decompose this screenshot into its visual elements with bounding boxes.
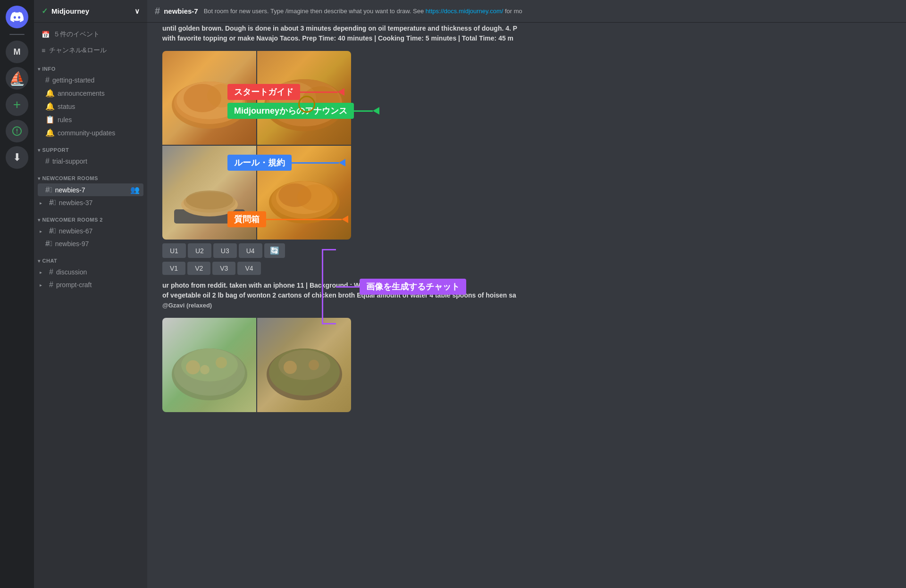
channel-newbies-7[interactable]: #⃣ newbies-7 👥 <box>38 183 143 196</box>
server-sail-icon[interactable]: ⛵ <box>6 67 28 90</box>
action-buttons-row1: U1 U2 U3 U4 🔄 <box>162 243 351 258</box>
topbar-channel: # newbies-7 <box>155 6 198 17</box>
channels-roles-menu-item[interactable]: ≡ チャンネル&ロール <box>34 42 147 58</box>
rules-icon: 📋 <box>45 115 55 124</box>
message-author: @Gzavi (relaxed) <box>162 302 212 309</box>
v1-button[interactable]: V1 <box>162 262 185 275</box>
hash-icon: # <box>45 76 50 84</box>
channel-name: rules <box>58 116 72 124</box>
channel-newbies-67[interactable]: #⃣ newbies-67 <box>38 225 143 237</box>
category-info[interactable]: ▾ INFO <box>34 58 147 74</box>
category-support[interactable]: ▾ SUPPORT <box>34 140 147 155</box>
category-support-label: SUPPORT <box>42 147 69 153</box>
message-text-1: until golden brown. Dough is done in abo… <box>162 24 891 43</box>
channel-announcements[interactable]: 🔔 announcements <box>38 87 143 99</box>
topbar-link[interactable]: https://docs.midjourney.com/ <box>426 8 503 15</box>
channel-trial-support[interactable]: # trial-support <box>38 155 143 167</box>
v3-button[interactable]: V3 <box>212 262 235 275</box>
hash-icon: # <box>49 281 53 289</box>
svg-point-23 <box>181 348 238 381</box>
hash-double-icon: #⃣ <box>49 227 56 235</box>
events-menu-item[interactable]: 📅 ５件のイベント <box>34 26 147 42</box>
server-name-container: ✓ Midjourney <box>42 7 89 16</box>
channels-roles-label: チャンネル&ロール <box>49 46 106 55</box>
topbar-desc-text: Bot room for new users. Type /imagine th… <box>204 8 426 15</box>
channel-newbies-97[interactable]: #⃣ newbies-97 <box>38 238 143 250</box>
channel-name: status <box>58 103 75 110</box>
category-newcomer-2-label: NEWCOMER ROOMS 2 <box>42 217 103 223</box>
food-image-1 <box>162 51 256 145</box>
topbar-link-suffix: for mo <box>505 8 522 15</box>
channel-rules[interactable]: 📋 rules <box>38 113 143 126</box>
message-1: until golden brown. Dough is done in abo… <box>155 23 898 276</box>
main-content: # newbies-7 Bot room for new users. Type… <box>147 0 906 588</box>
channel-newbies-37[interactable]: #⃣ newbies-37 <box>38 197 143 209</box>
message-text-line2: with favorite topping or make Navajo Tac… <box>162 34 513 42</box>
server-m-label: M <box>14 47 21 57</box>
content-area: until golden brown. Dough is done in abo… <box>147 23 906 588</box>
category-chat-label: CHAT <box>42 258 58 264</box>
channel-name: community-updates <box>58 129 115 137</box>
channel-name: getting-started <box>52 76 95 84</box>
category-arrow-chat: ▾ <box>38 258 41 264</box>
topbar-hash-icon: # <box>155 6 160 17</box>
channel-name: prompt-craft <box>56 281 92 289</box>
server-name: Midjourney <box>51 7 89 15</box>
add-user-icon[interactable]: 👥 <box>130 185 140 194</box>
soup-image-1 <box>162 318 256 412</box>
svg-point-12 <box>186 190 233 209</box>
server-m-icon[interactable]: M <box>6 41 28 63</box>
u1-button[interactable]: U1 <box>162 243 186 258</box>
messages-scroll[interactable]: until golden brown. Dough is done in abo… <box>147 23 906 588</box>
channel-community-updates[interactable]: 🔔 community-updates <box>38 126 143 139</box>
speaker-icon: 🔔 <box>45 102 55 111</box>
icon-bar: M ⛵ + ⬇ <box>0 0 34 588</box>
category-arrow-newcomer-2: ▾ <box>38 217 41 223</box>
category-newcomer-rooms-2[interactable]: ▾ NEWCOMER ROOMS 2 <box>34 209 147 224</box>
topbar-channel-name: newbies-7 <box>164 7 198 15</box>
message-text-2: ur photo from reddit. taken with an ipho… <box>162 281 891 310</box>
refresh-button[interactable]: 🔄 <box>264 243 285 258</box>
separator <box>9 34 25 35</box>
channel-prompt-craft[interactable]: # prompt-craft <box>38 279 143 291</box>
add-server-button[interactable]: + <box>6 93 28 116</box>
topbar: # newbies-7 Bot room for new users. Type… <box>147 0 906 23</box>
channel-name: discussion <box>56 268 87 276</box>
add-icon: + <box>13 97 21 112</box>
channels-roles-icon: ≡ <box>42 47 45 54</box>
channel-name: newbies-67 <box>59 227 93 235</box>
download-icon: ⬇ <box>13 151 21 164</box>
category-chat[interactable]: ▾ CHAT <box>34 250 147 265</box>
u3-button[interactable]: U3 <box>213 243 237 258</box>
category-newcomer-rooms[interactable]: ▾ NEWCOMER ROOMS <box>34 168 147 183</box>
u2-button[interactable]: U2 <box>188 243 211 258</box>
v4-button[interactable]: V4 <box>237 262 260 275</box>
v2-button[interactable]: V2 <box>187 262 210 275</box>
u4-button[interactable]: U4 <box>239 243 262 258</box>
explore-button[interactable] <box>6 120 28 142</box>
discord-home-button[interactable] <box>6 6 28 28</box>
chevron-down-icon: ∨ <box>134 7 140 16</box>
channel-discussion[interactable]: # discussion <box>38 266 143 278</box>
hash-icon: # <box>49 268 53 276</box>
sidebar: ✓ Midjourney ∨ 📅 ５件のイベント ≡ チャンネル&ロール ▾ I… <box>34 0 147 588</box>
server-header[interactable]: ✓ Midjourney ∨ <box>34 0 147 23</box>
food-image-4 <box>257 146 351 240</box>
channel-status[interactable]: 🔔 status <box>38 100 143 113</box>
topbar-description: Bot room for new users. Type /imagine th… <box>204 8 898 15</box>
message-text-2-line2: of vegetable oil 2 lb bag of wonton 2 ca… <box>162 291 516 299</box>
hash-double-icon: #⃣ <box>45 240 52 248</box>
hash-double-icon: #⃣ <box>45 186 52 194</box>
svg-point-8 <box>302 86 340 115</box>
channel-getting-started[interactable]: # getting-started <box>38 74 143 86</box>
channel-name: newbies-37 <box>59 199 93 207</box>
hash-icon: # <box>45 157 50 166</box>
category-newcomer-label: NEWCOMER ROOMS <box>42 175 98 181</box>
hash-double-icon: #⃣ <box>49 199 56 207</box>
speaker-icon: 🔔 <box>45 89 55 98</box>
svg-point-28 <box>278 350 330 380</box>
download-button[interactable]: ⬇ <box>6 146 28 169</box>
message-2: ur photo from reddit. taken with an ipho… <box>155 280 898 413</box>
verified-icon: ✓ <box>42 7 48 16</box>
svg-point-4 <box>207 84 235 108</box>
